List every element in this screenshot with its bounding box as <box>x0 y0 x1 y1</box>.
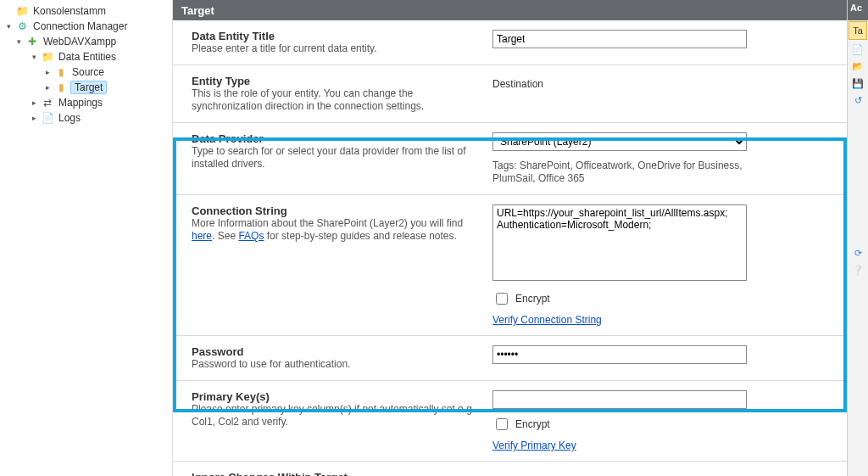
action-open-icon[interactable]: 📂 <box>848 58 868 75</box>
tree-item-source[interactable]: ▸ ▮ Source <box>0 64 172 80</box>
main-panel: Target Data Entity Title Please enter a … <box>172 0 847 476</box>
actions-tab[interactable]: Ta <box>849 21 867 40</box>
expand-icon[interactable]: ▸ <box>42 83 53 92</box>
field-description: This is the role of your entity. You can… <box>192 87 484 113</box>
encrypt-connection-checkbox[interactable] <box>496 293 508 305</box>
mappings-icon: ⇄ <box>41 96 54 109</box>
expand-icon[interactable]: ▸ <box>29 98 39 107</box>
desc-text: More Information about the SharePoint (L… <box>192 217 463 229</box>
data-entity-title-input[interactable] <box>492 30 747 48</box>
section-ignore-changes: Ignore Changes Within Target If you are … <box>173 462 847 476</box>
field-description: Password to use for authentication. <box>192 358 484 371</box>
section-data-entity-title: Data Entity Title Please enter a title f… <box>173 20 847 65</box>
field-label: Connection String <box>192 204 484 217</box>
tree-label: Data Entities <box>57 51 118 63</box>
form-body: Data Entity Title Please enter a title f… <box>173 20 847 476</box>
database-icon: ▮ <box>54 81 68 94</box>
puzzle-icon: ✚ <box>25 35 39 48</box>
collapse-icon[interactable]: ▾ <box>3 22 14 31</box>
action-help-icon[interactable]: ❔ <box>848 261 868 278</box>
navigation-tree: 📁 Konsolenstamm ▾ ⚙ Connection Manager ▾… <box>0 0 172 476</box>
section-password: Password Password to use for authenticat… <box>173 336 847 381</box>
tree-label: Source <box>70 66 106 78</box>
tree-label: Konsolenstamm <box>31 5 108 17</box>
tree-label: Connection Manager <box>31 20 129 32</box>
action-refresh-icon[interactable]: ⟳ <box>848 244 868 261</box>
tree-item-target[interactable]: ▸ ▮ Target <box>0 80 172 95</box>
primary-key-input[interactable] <box>492 390 747 409</box>
collapse-icon[interactable]: ▾ <box>29 53 39 61</box>
expand-icon[interactable]: ▸ <box>29 114 39 122</box>
field-label: Ignore Changes Within Target <box>192 471 484 476</box>
tree-label: Mappings <box>57 97 104 109</box>
encrypt-primary-key-checkbox[interactable] <box>496 418 508 430</box>
faqs-link[interactable]: FAQs <box>238 230 264 242</box>
tree-item-connection-manager[interactable]: ▾ ⚙ Connection Manager <box>0 19 172 34</box>
data-provider-select[interactable]: SharePoint (Layer2) <box>492 132 747 151</box>
gear-icon: ⚙ <box>15 20 29 33</box>
entity-type-value: Destination <box>492 75 823 90</box>
encrypt-label: Encrypt <box>515 418 550 430</box>
field-label: Entity Type <box>192 75 484 87</box>
database-icon: ▮ <box>54 65 68 79</box>
field-description: More Information about the SharePoint (L… <box>192 217 484 243</box>
folder-icon: 📁 <box>41 50 54 64</box>
action-new-icon[interactable]: 📄 <box>848 41 868 58</box>
tree-item-connection[interactable]: ▾ ✚ WebDAVXampp <box>0 34 172 49</box>
action-undo-icon[interactable]: ↺ <box>848 92 868 109</box>
section-data-provider: Data Provider Type to search for or sele… <box>173 123 847 195</box>
tree-item-mappings[interactable]: ▸ ⇄ Mappings <box>0 95 172 110</box>
tree-item-data-entities[interactable]: ▾ 📁 Data Entities <box>0 49 172 64</box>
action-save-icon[interactable]: 💾 <box>848 75 868 92</box>
verify-primary-key-link[interactable]: Verify Primary Key <box>492 440 576 451</box>
actions-header: Ac <box>848 0 868 20</box>
tree-item-root[interactable]: 📁 Konsolenstamm <box>0 3 172 19</box>
field-label: Primary Key(s) <box>192 390 484 403</box>
field-label: Data Provider <box>192 132 484 145</box>
field-description: Type to search for or select your data p… <box>192 145 484 171</box>
actions-rail: Ac Ta 📄 📂 💾 ↺ ⟳ ❔ <box>847 0 868 476</box>
section-connection-string: Connection String More Information about… <box>173 195 847 336</box>
data-provider-tags: Tags: SharePoint, Officeatwork, OneDrive… <box>492 160 747 185</box>
panel-title: Target <box>181 4 214 17</box>
section-primary-key: Primary Key(s) Please enter primary key … <box>173 381 847 462</box>
field-description: Please enter primary key column(s) if no… <box>192 403 484 428</box>
field-description: Please enter a title for current data en… <box>192 42 484 55</box>
actions-tab-label: Ta <box>853 25 863 36</box>
collapse-icon[interactable]: ▾ <box>14 37 24 46</box>
folder-icon: 📁 <box>15 4 29 18</box>
section-entity-type: Entity Type This is the role of your ent… <box>173 65 847 123</box>
connection-string-textarea[interactable] <box>492 204 747 281</box>
expand-icon[interactable]: ▸ <box>42 68 53 76</box>
password-input[interactable] <box>492 345 747 364</box>
tree-label: WebDAVXampp <box>42 36 118 48</box>
encrypt-label: Encrypt <box>515 293 550 305</box>
desc-text: for step-by-step guides and release note… <box>264 230 456 242</box>
here-link[interactable]: here <box>192 230 212 242</box>
tree-label: Target <box>70 81 107 94</box>
field-label: Data Entity Title <box>192 30 484 42</box>
tree-item-logs[interactable]: ▸ 📄 Logs <box>0 110 172 126</box>
field-label: Password <box>192 345 484 358</box>
desc-text: . See <box>212 230 238 242</box>
panel-header: Target <box>173 0 847 20</box>
logs-icon: 📄 <box>41 111 54 125</box>
verify-connection-link[interactable]: Verify Connection String <box>492 314 602 326</box>
tree-label: Logs <box>57 112 82 124</box>
